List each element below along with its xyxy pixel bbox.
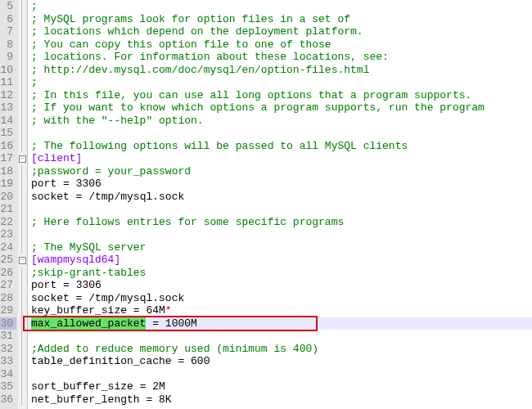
line-number: 31	[0, 330, 16, 343]
code-line[interactable]: net_buffer_length = 8K	[31, 393, 532, 407]
code-line[interactable]: ; If you want to know which options a pr…	[31, 101, 532, 115]
fold-toggle-icon[interactable]: −	[18, 152, 27, 165]
fold-guide	[18, 13, 27, 26]
fold-guide	[18, 64, 27, 77]
code-line[interactable]: ; with the "--help" option.	[31, 115, 532, 128]
code-line[interactable]: ; Here follows entries for some specific…	[31, 216, 532, 229]
code-line[interactable]: sort_buffer_size = 2M	[31, 380, 532, 393]
equals-sign: =	[70, 191, 88, 203]
fold-guide	[18, 304, 27, 317]
comment: ;Added to reduce memory used (minimum is…	[31, 343, 318, 355]
line-number: 26	[0, 267, 16, 280]
code-line[interactable]: ; In this file, you can use all long opt…	[31, 89, 532, 102]
comment: ; locations which depend on the deployme…	[31, 25, 363, 38]
comment: ; MySQL programs look for option files i…	[31, 13, 350, 25]
line-number: 18	[0, 165, 16, 178]
code-line[interactable]	[31, 330, 532, 343]
code-line[interactable]: socket = /tmp/mysql.sock	[31, 292, 532, 305]
fold-guide	[18, 127, 27, 140]
line-number: 22	[0, 216, 16, 229]
fold-guide	[18, 0, 27, 13]
comment: ; If you want to know which options a pr…	[31, 101, 485, 114]
line-number: 10	[0, 64, 16, 77]
line-number: 8	[0, 38, 16, 52]
fold-guide	[18, 191, 27, 204]
line-number: 33	[0, 355, 16, 368]
code-line[interactable]	[31, 203, 532, 216]
comment: ;	[31, 0, 38, 12]
line-number: 28	[0, 292, 16, 305]
code-line[interactable]: ; You can copy this option file to one o…	[31, 38, 532, 52]
code-editor[interactable]: 5678910111213141516171819202122232425262…	[0, 0, 532, 409]
code-line[interactable]	[31, 127, 532, 140]
code-line[interactable]: ; The MySQL server	[31, 241, 532, 254]
section-header: [wampmysqld64]	[31, 254, 120, 266]
comment: ; Here follows entries for some specific…	[31, 216, 344, 228]
comment: ; http://dev.mysql.com/doc/mysql/en/opti…	[31, 64, 369, 76]
code-line[interactable]: port = 3306	[31, 279, 532, 292]
line-number: 32	[0, 343, 16, 356]
ini-value: 2M	[152, 380, 165, 393]
code-line[interactable]: port = 3306	[31, 178, 532, 191]
code-line[interactable]	[31, 228, 532, 241]
line-number: 15	[0, 127, 16, 140]
code-line[interactable]: ;password = your_password	[31, 165, 532, 178]
line-number: 16	[0, 140, 16, 153]
fold-gutter[interactable]: −−	[18, 0, 28, 409]
code-line[interactable]: ;Added to reduce memory used (minimum is…	[31, 343, 532, 356]
fold-guide	[18, 216, 27, 229]
line-number: 17	[0, 152, 16, 165]
code-line[interactable]: ; locations. For information about these…	[31, 51, 532, 64]
code-line[interactable]	[31, 368, 532, 381]
ini-key: table_definition_cache	[31, 355, 172, 367]
fold-guide	[18, 317, 27, 330]
code-line[interactable]: max_allowed_packet = 1000M	[31, 317, 532, 330]
ini-value: 1000M	[165, 317, 197, 330]
equals-sign: =	[56, 178, 75, 190]
code-line[interactable]: socket = /tmp/mysql.sock	[31, 191, 532, 204]
code-line[interactable]: ;	[31, 76, 532, 89]
fold-guide	[18, 165, 27, 178]
code-line[interactable]: [wampmysqld64]	[31, 254, 532, 267]
ini-key: port	[31, 279, 56, 291]
code-line[interactable]: ; locations which depend on the deployme…	[31, 25, 532, 38]
ini-key: sort_buffer_size	[31, 380, 133, 393]
code-line[interactable]: ; The following options will be passed t…	[31, 140, 532, 153]
fold-toggle-icon[interactable]: −	[18, 254, 27, 267]
code-line[interactable]: key_buffer_size = 64M*	[31, 304, 532, 317]
line-number: 24	[0, 241, 16, 254]
fold-guide	[18, 355, 27, 368]
line-number: 34	[0, 368, 16, 381]
equals-sign: =	[140, 393, 159, 406]
comment: ; locations. For information about these…	[31, 51, 389, 63]
fold-guide	[18, 267, 27, 280]
ini-key: max_allowed_packet	[31, 317, 146, 330]
fold-guide	[18, 89, 27, 102]
code-line[interactable]: ; MySQL programs look for option files i…	[31, 13, 532, 26]
comment: ;password = your_password	[31, 165, 191, 178]
ini-key: socket	[31, 292, 70, 304]
fold-guide	[18, 330, 27, 343]
code-line[interactable]: ;skip-grant-tables	[31, 267, 532, 280]
comment: ; You can copy this option file to one o…	[31, 38, 331, 51]
line-number: 20	[0, 191, 16, 204]
equals-sign: =	[70, 292, 88, 304]
fold-guide	[18, 203, 27, 216]
fold-guide	[18, 51, 27, 64]
code-line[interactable]: [client]	[31, 152, 532, 165]
fold-guide	[18, 343, 27, 356]
ini-key: socket	[31, 191, 70, 203]
equals-sign: =	[172, 355, 191, 367]
fold-guide	[18, 25, 27, 38]
code-line[interactable]: table_definition_cache = 600	[31, 355, 532, 368]
code-line[interactable]: ; http://dev.mysql.com/doc/mysql/en/opti…	[31, 64, 532, 77]
line-number: 30	[0, 317, 16, 330]
code-line[interactable]: ;	[31, 0, 532, 13]
line-number: 11	[0, 76, 16, 89]
line-number: 7	[0, 25, 16, 38]
equals-sign: =	[146, 317, 165, 330]
fold-guide	[18, 228, 27, 241]
ini-key: net_buffer_length	[31, 393, 140, 406]
code-area[interactable]: ;; MySQL programs look for option files …	[28, 0, 532, 409]
line-number: 6	[0, 13, 16, 26]
